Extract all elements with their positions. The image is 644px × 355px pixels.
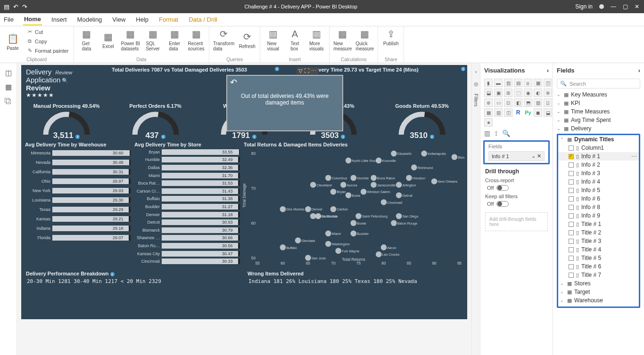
undo-tooltip-icon[interactable]: ↶ — [230, 77, 237, 88]
publish-button[interactable]: ⇪Publish — [382, 28, 400, 46]
viz-type-icon[interactable]: ▣ — [494, 89, 503, 97]
bar-row[interactable]: Nevada30.48 — [24, 158, 131, 167]
checkbox[interactable] — [569, 145, 574, 151]
info-icon[interactable]: i — [110, 272, 115, 276]
menu-help[interactable]: Help — [135, 14, 149, 25]
enter-data-button[interactable]: ▦Enter data — [165, 28, 183, 51]
viz-type-icon[interactable]: ⊕ — [544, 89, 552, 97]
viz-type-icon[interactable]: ▦ — [534, 79, 542, 87]
refresh-button[interactable]: ⟳Refresh — [238, 28, 256, 51]
field-column[interactable]: ▯Title # 6 — [558, 262, 639, 271]
kpi-card[interactable]: Perfect Orders 6.17% 437 i — [113, 103, 198, 139]
scatter-chart[interactable]: Total Returns & Damaged Items Deliveries… — [243, 141, 464, 268]
field-column[interactable]: ▯Column1 — [558, 144, 639, 152]
menu-insert[interactable]: Insert — [50, 14, 68, 25]
field-column[interactable]: ▯Title # 2 — [558, 228, 639, 237]
quick-measure-button[interactable]: ▦Quick measure — [355, 28, 374, 51]
viz-type-icon[interactable]: ◐ — [534, 89, 542, 97]
viz-type-icon[interactable]: ⬚ — [514, 89, 522, 97]
bar-row[interactable]: Bismarck30.79 — [133, 226, 240, 234]
field-table[interactable]: ⌄▦Target — [558, 288, 639, 296]
viz-type-icon[interactable]: ◼ — [534, 108, 542, 117]
analytics-tab-icon[interactable]: 🔍 — [502, 129, 510, 137]
checkbox[interactable] — [569, 179, 574, 185]
viz-type-icon[interactable]: ⊞ — [504, 89, 512, 97]
checkbox[interactable] — [569, 171, 574, 176]
bar-row[interactable]: Kansas City30.47 — [133, 250, 240, 258]
pbi-datasets-button[interactable]: ▦Power BI datasets — [121, 28, 140, 51]
drillthrough-dropzone[interactable]: Add drill-through fields here — [485, 212, 548, 231]
viz-type-icon[interactable]: ◉ — [524, 89, 532, 97]
focus-icon[interactable]: ⛶ — [304, 68, 309, 74]
chevron-right-icon[interactable]: › — [638, 67, 640, 74]
field-table[interactable]: ⌃▦Dynamic Titles — [558, 135, 639, 144]
menu-home[interactable]: Home — [23, 14, 42, 25]
copy-button[interactable]: ⧉Copy — [25, 37, 70, 46]
viz-type-icon[interactable]: ◫ — [544, 79, 552, 87]
bar-row[interactable]: California30.31 — [24, 167, 131, 176]
save-icon[interactable]: ▤ — [4, 3, 9, 10]
undo-icon[interactable]: ↶ — [13, 3, 18, 10]
field-column[interactable]: ▯Info # 2 — [558, 161, 639, 169]
data-view-icon[interactable]: ▦ — [5, 83, 12, 91]
menu-view[interactable]: View — [111, 14, 126, 25]
more-options-icon[interactable]: ⋯ — [311, 68, 316, 74]
menu-format[interactable]: Format — [158, 14, 179, 25]
viz-type-icon[interactable]: ▮ — [484, 79, 493, 87]
field-table[interactable]: ⌄▦Warehouse — [558, 296, 639, 305]
report-canvas[interactable]: ⇴ ▽ ⛶ ⋯ ↶ Out of total deliveries 49.43%… — [17, 63, 471, 355]
checkbox[interactable] — [569, 162, 574, 168]
wrong-items-card[interactable]: Wrong Items Delivered Indiana 181 26% Lo… — [246, 270, 464, 296]
field-table[interactable]: ⌄▦Stores — [558, 279, 639, 288]
checkbox[interactable] — [569, 196, 574, 202]
field-column[interactable]: ▯Info # 4 — [558, 178, 639, 186]
bar-row[interactable]: Louisiana29.30 — [24, 195, 131, 204]
viz-type-icon[interactable]: ▦ — [484, 108, 493, 117]
field-column[interactable]: ▯Title # 7 — [558, 271, 639, 279]
field-column[interactable]: ▯Info # 6 — [558, 194, 639, 203]
bar-row[interactable]: New York29.93 — [24, 186, 131, 195]
performance-breakdown[interactable]: Delivery Performance Breakdown i 20-30 M… — [24, 270, 243, 296]
viz-type-icon[interactable]: ▥ — [504, 79, 512, 87]
field-column[interactable]: ▯Title # 5 — [558, 254, 639, 262]
bar-row[interactable]: Bryan33.55 — [133, 148, 240, 156]
signin-link[interactable]: Sign in — [575, 3, 593, 10]
selected-tooltip-visual[interactable]: ▽ ⛶ ⋯ ↶ Out of total deliveries 49.43% w… — [227, 75, 343, 131]
bar-row[interactable]: Buffalo31.38 — [133, 195, 240, 203]
store-chart[interactable]: Avg Delivery Time by Store Bryan33.55Hum… — [133, 141, 240, 268]
viz-type-icon[interactable]: ◧ — [514, 98, 522, 107]
viz-type-icon[interactable]: ⫼ — [524, 79, 532, 87]
checkbox[interactable] — [569, 256, 574, 261]
viz-type-icon[interactable]: ⊡ — [504, 98, 512, 107]
bar-row[interactable]: Carson Ci…31.43 — [133, 187, 240, 195]
viz-type-icon[interactable]: ▭ — [494, 98, 503, 107]
model-view-icon[interactable]: ⿻ — [5, 97, 12, 105]
paste-button[interactable]: 📋Paste — [4, 28, 22, 55]
field-column[interactable]: ▯Info # 3 — [558, 169, 639, 178]
bar-row[interactable]: Humble32.49 — [133, 156, 240, 164]
checkbox[interactable] — [569, 230, 574, 235]
field-column[interactable]: ▯Title # 1 — [558, 220, 639, 228]
bar-row[interactable]: Texas29.29 — [24, 205, 131, 214]
field-table[interactable]: ⌄▦KPI — [555, 99, 642, 107]
kpi-card[interactable]: Manual Processing 49.54% 3,511 i — [24, 103, 109, 139]
bar-row[interactable]: Indiana29.16 — [24, 224, 131, 233]
excel-button[interactable]: ▦Excel — [99, 28, 117, 51]
minimize-icon[interactable]: — — [611, 3, 616, 10]
filter-icon[interactable]: ▽ — [298, 68, 302, 74]
field-table[interactable]: ⌄▦Avg Time Spent — [555, 116, 642, 124]
bar-row[interactable]: Shawnee …30.66 — [133, 234, 240, 242]
bar-row[interactable]: Kansas29.21 — [24, 214, 131, 223]
keep-filters-toggle[interactable]: Off — [487, 201, 509, 207]
format-tab-icon[interactable]: ⟟ — [495, 129, 497, 137]
redo-icon[interactable]: ↷ — [22, 3, 27, 10]
viz-type-icon[interactable]: ▬ — [494, 79, 503, 87]
maximize-icon[interactable]: ▢ — [623, 3, 628, 10]
format-painter-button[interactable]: ✎Format painter — [25, 47, 70, 55]
kpi-card[interactable]: Goods Return 49.53% 3510 i — [380, 103, 464, 139]
new-visual-button[interactable]: ▥New visual — [264, 28, 282, 51]
field-column[interactable]: ▯Info # 1⋯ — [558, 152, 639, 161]
viz-type-icon[interactable]: ▤ — [514, 79, 522, 87]
viz-type-icon[interactable]: ▨ — [534, 98, 542, 107]
more-visuals-button[interactable]: ▥More visuals — [307, 28, 325, 51]
